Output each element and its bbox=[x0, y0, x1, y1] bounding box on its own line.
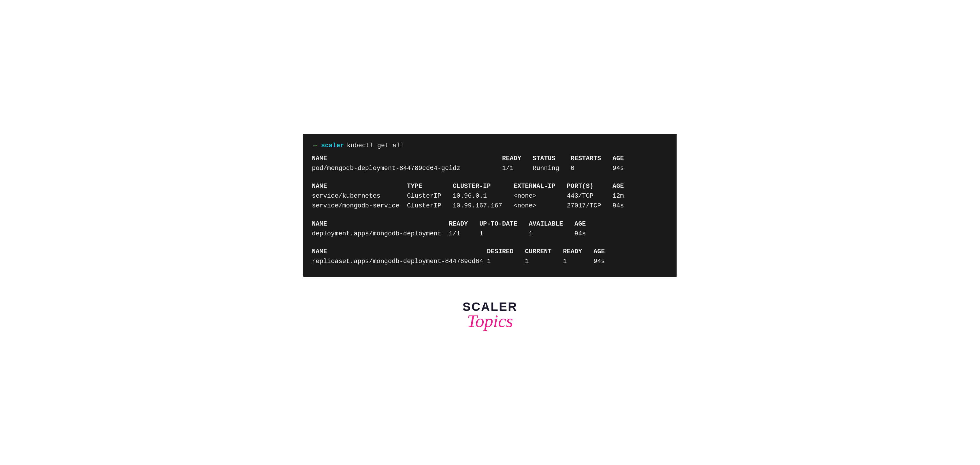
pods-section: NAME READY STATUS RESTARTS AGE pod/mongo… bbox=[312, 154, 668, 173]
deployments-header: NAME READY UP-TO-DATE AVAILABLE AGE depl… bbox=[312, 219, 668, 239]
brand-topics-text: Topics bbox=[467, 311, 513, 331]
terminal-wrapper: → scaler kubectl get all NAME READY STAT… bbox=[303, 134, 677, 277]
deployments-section: NAME READY UP-TO-DATE AVAILABLE AGE depl… bbox=[312, 219, 668, 239]
branding: SCALER Topics bbox=[463, 300, 518, 331]
prompt-arrow: → bbox=[312, 142, 318, 149]
replicasets-header: NAME DESIRED CURRENT READY AGE replicase… bbox=[312, 247, 668, 267]
scrollbar[interactable] bbox=[676, 134, 677, 277]
replicasets-section: NAME DESIRED CURRENT READY AGE replicase… bbox=[312, 247, 668, 267]
services-section: NAME TYPE CLUSTER-IP EXTERNAL-IP PORT(S)… bbox=[312, 181, 668, 211]
terminal: → scaler kubectl get all NAME READY STAT… bbox=[303, 134, 677, 277]
services-header: NAME TYPE CLUSTER-IP EXTERNAL-IP PORT(S)… bbox=[312, 181, 668, 211]
prompt-line: → scaler kubectl get all bbox=[312, 142, 668, 149]
command-rest: kubectl get all bbox=[347, 142, 404, 149]
command-name: scaler bbox=[321, 142, 344, 149]
pods-header: NAME READY STATUS RESTARTS AGE pod/mongo… bbox=[312, 154, 668, 173]
